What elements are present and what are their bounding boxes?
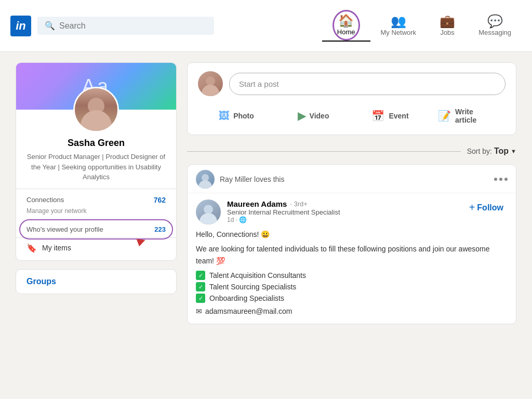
sort-bar-divider (187, 151, 461, 152)
post-actions: 🖼 Photo ▶ Video 📅 Event 📝 Write article (198, 103, 506, 128)
post-author-row: Maureen Adams · 3rd+ Senior Internal Rec… (188, 193, 516, 229)
video-icon: ▶ (298, 110, 305, 122)
author-avatar (196, 200, 221, 224)
author-meta: 1d · 🌐 (227, 216, 459, 223)
groups-title: Groups (26, 277, 56, 286)
search-input[interactable] (59, 21, 207, 31)
start-post-input[interactable]: Start a post (229, 73, 506, 95)
viewed-label: Who's viewed your profile (26, 225, 103, 233)
photo-action-button[interactable]: 🖼 Photo (198, 103, 275, 128)
follow-button[interactable]: + Follow (465, 200, 508, 216)
author-degree: · 3rd+ (290, 200, 308, 208)
list-item: ✓ Talent Sourcing Specialists (196, 282, 508, 291)
nav-item-jobs[interactable]: 💼 Jobs (427, 15, 468, 36)
nav-my-network-label: My Network (381, 29, 417, 36)
sort-bar: Sort by: Top ▼ (187, 143, 516, 159)
post-loves-row: Ray Miller loves this (188, 165, 516, 193)
dot (494, 178, 497, 181)
dot (504, 178, 508, 181)
my-items-row[interactable]: 🔖 My items (16, 237, 176, 260)
feed-post: Ray Miller loves this Maureen Adams · 3r… (187, 164, 516, 324)
profile-name: Sasha Green (26, 138, 166, 149)
profile-title: Senior Product Manager | Product Designe… (26, 152, 166, 182)
header: in 🔍 🏠 Home 👥 My Network 💼 Jobs 💬 Messag… (0, 0, 532, 52)
post-content: Hello, Connections! 😀 We are looking for… (188, 229, 516, 324)
post-input-row: Start a post (198, 71, 506, 96)
nav-home-label: Home (337, 28, 355, 36)
loves-avatar (196, 170, 215, 189)
groups-card[interactable]: Groups (16, 269, 177, 294)
video-label: Video (310, 112, 329, 120)
profile-viewed-row[interactable]: Who's viewed your profile 223 ▶ (16, 221, 176, 237)
viewed-count: 223 (154, 225, 166, 233)
photo-label: Photo (233, 112, 254, 120)
video-action-button[interactable]: ▶ Video (275, 103, 352, 128)
linkedin-logo[interactable]: in (10, 16, 31, 36)
left-sidebar: Aa Sasha Green Senior Product Manager | … (16, 62, 177, 324)
event-label: Event (389, 112, 408, 120)
event-action-button[interactable]: 📅 Event (352, 103, 429, 128)
event-icon: 📅 (371, 110, 384, 122)
sort-value[interactable]: Top (494, 147, 509, 156)
list-item-text: Talent Sourcing Specialists (209, 283, 296, 291)
nav-items: 🏠 Home 👥 My Network 💼 Jobs 💬 Messaging (322, 10, 522, 42)
nav-item-messaging[interactable]: 💬 Messaging (468, 15, 522, 36)
article-label: Write article (455, 108, 496, 124)
messaging-icon: 💬 (487, 15, 503, 28)
my-network-icon: 👥 (391, 15, 406, 28)
my-items-label: My items (42, 244, 71, 252)
avatar (73, 87, 119, 132)
check-icon: ✓ (196, 294, 205, 303)
author-info: Maureen Adams · 3rd+ Senior Internal Rec… (227, 200, 459, 223)
connections-row[interactable]: Connections 762 (26, 194, 166, 206)
list-item-text: Onboarding Specialists (209, 294, 284, 302)
post-email: ✉ adamsmaureen@mail.com (196, 307, 508, 315)
nav-item-my-network[interactable]: 👥 My Network (370, 15, 427, 36)
search-icon: 🔍 (45, 21, 55, 31)
article-action-button[interactable]: 📝 Write article (429, 103, 506, 128)
follow-plus-icon: + (469, 202, 475, 214)
profile-avatar-wrap (16, 87, 176, 132)
email-address[interactable]: adamsmaureen@mail.com (205, 307, 292, 315)
manage-network-row[interactable]: Manage your network (26, 206, 166, 216)
nav-jobs-label: Jobs (440, 29, 454, 36)
author-name[interactable]: Maureen Adams (227, 200, 287, 208)
profile-stats: Connections 762 Manage your network (16, 189, 176, 221)
list-item: ✓ Talent Acquisition Consultants (196, 271, 508, 280)
nav-messaging-label: Messaging (478, 29, 511, 36)
check-icon: ✓ (196, 282, 205, 291)
bookmark-icon: 🔖 (26, 243, 37, 253)
loves-text: Ray Miller loves this (220, 175, 284, 183)
post-box: Start a post 🖼 Photo ▶ Video 📅 Event 📝 W (187, 62, 516, 135)
connections-label: Connections (26, 196, 64, 204)
article-icon: 📝 (438, 110, 451, 122)
profile-info: Sasha Green Senior Product Manager | Pro… (16, 132, 176, 182)
loves-left: Ray Miller loves this (196, 170, 284, 189)
search-bar[interactable]: 🔍 (37, 17, 214, 35)
main-layout: Aa Sasha Green Senior Product Manager | … (0, 52, 532, 335)
nav-item-home[interactable]: 🏠 Home (322, 10, 370, 42)
post-greeting: Hello, Connections! 😀 (196, 229, 508, 240)
profile-card: Aa Sasha Green Senior Product Manager | … (16, 62, 177, 261)
home-icon: 🏠 (338, 15, 354, 27)
post-body: We are looking for talented individuals … (196, 243, 508, 267)
three-dots-menu[interactable] (494, 178, 508, 181)
manage-network-label: Manage your network (26, 207, 86, 215)
list-item: ✓ Onboarding Specialists (196, 294, 508, 303)
author-name-row: Maureen Adams · 3rd+ (227, 200, 459, 208)
post-list: ✓ Talent Acquisition Consultants ✓ Talen… (196, 271, 508, 303)
avatar-person (75, 88, 117, 131)
dot (499, 178, 502, 181)
main-feed: Start a post 🖼 Photo ▶ Video 📅 Event 📝 W (187, 62, 516, 324)
list-item-text: Talent Acquisition Consultants (209, 271, 306, 280)
photo-icon: 🖼 (219, 110, 229, 122)
connections-count: 762 (154, 196, 166, 204)
check-icon: ✓ (196, 271, 205, 280)
email-icon: ✉ (196, 307, 202, 315)
follow-label: Follow (477, 203, 503, 212)
jobs-icon: 💼 (440, 15, 455, 28)
author-title: Senior Internal Recruitment Specialist (227, 208, 459, 216)
post-avatar (198, 71, 223, 96)
sort-chevron-icon[interactable]: ▼ (511, 148, 516, 154)
sort-label: Sort by: (467, 147, 492, 155)
